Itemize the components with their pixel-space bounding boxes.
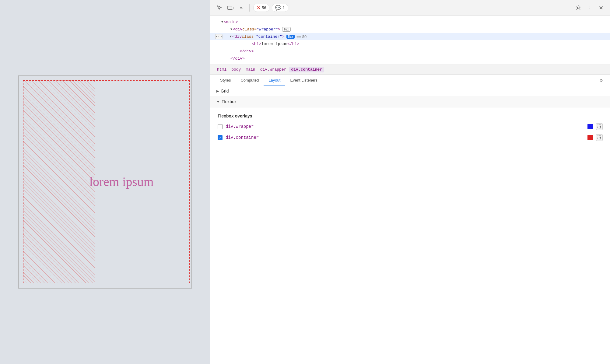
error-count-badge[interactable]: ✕ 56 (253, 4, 269, 12)
container-overlay-label[interactable]: div.container (226, 135, 584, 140)
wrapper-overlay-checkbox[interactable] (218, 124, 223, 129)
devtools-toolbar: » ✕ 56 💬 1 ⋮ ✕ (210, 0, 610, 16)
triangle-icon: ▼ (230, 28, 232, 31)
flex-badge-wrapper[interactable]: flex (282, 27, 291, 32)
flexbox-label: Flexbox (222, 99, 237, 104)
grid-label: Grid (221, 89, 229, 93)
dom-line-main[interactable]: ▼ <main> (210, 18, 610, 26)
tab-computed[interactable]: Computed (236, 75, 264, 86)
panel-tabs: Styles Computed Layout Event Listeners » (210, 75, 610, 86)
browser-viewport: lorem ipsum (0, 0, 210, 364)
flexbox-section-header[interactable]: ▼ Flexbox (210, 96, 610, 107)
message-count: 1 (282, 5, 285, 10)
flexbox-triangle-icon: ▼ (216, 100, 220, 103)
breadcrumb-body[interactable]: body (230, 67, 243, 72)
chevron-right-icon: » (240, 5, 243, 10)
breadcrumb: html body main div.wrapper div.container (210, 65, 610, 75)
close-devtools-button[interactable]: ✕ (597, 4, 605, 12)
svg-rect-0 (228, 6, 232, 9)
panel-content: ▶ Grid ▼ Flexbox Flexbox overlays div.wr… (210, 86, 610, 364)
message-count-badge[interactable]: 💬 1 (272, 4, 288, 12)
vertical-dots-icon: ⋮ (587, 5, 593, 11)
tab-layout[interactable]: Layout (264, 75, 285, 86)
dom-tree: ▼ <main> ▼ <div class= "wrapper" > flex … (210, 16, 610, 65)
grid-section-header[interactable]: ▶ Grid (210, 86, 610, 96)
page-content: lorem ipsum (23, 80, 190, 283)
flexbox-section: ▼ Flexbox Flexbox overlays div.wrapper (210, 96, 610, 151)
devtools-panel: » ✕ 56 💬 1 ⋮ ✕ ▼ <main> (210, 0, 610, 364)
wrapper-color-swatch[interactable] (587, 124, 593, 129)
more-tabs-button[interactable]: » (597, 75, 605, 86)
breadcrumb-wrapper[interactable]: div.wrapper (258, 67, 288, 72)
flexbox-overlays-title: Flexbox overlays (218, 114, 603, 118)
container-overlay-checkbox[interactable] (218, 135, 223, 140)
toolbar-separator (249, 4, 250, 12)
breadcrumb-main[interactable]: main (244, 67, 257, 72)
settings-button[interactable] (573, 3, 583, 13)
lorem-ipsum-text: lorem ipsum (89, 174, 153, 189)
page-preview: lorem ipsum (18, 75, 192, 289)
more-tools-button[interactable]: » (237, 4, 246, 12)
responsive-mode-button[interactable] (226, 4, 235, 12)
breadcrumb-container[interactable]: div.container (289, 67, 324, 72)
message-icon: 💬 (275, 5, 281, 11)
svg-rect-1 (232, 7, 233, 9)
wrapper-overlay-label[interactable]: div.wrapper (226, 124, 584, 129)
container-color-swatch[interactable] (587, 135, 593, 140)
flexbox-content: Flexbox overlays div.wrapper (210, 107, 610, 151)
grid-triangle-icon: ▶ (216, 89, 219, 93)
error-icon: ✕ (257, 5, 261, 11)
dom-line-h1[interactable]: <h1> lorem ipsum </h1> (210, 40, 610, 47)
more-options-button[interactable]: ⋮ (586, 4, 594, 12)
triangle-icon: ▼ (230, 35, 232, 38)
dom-line-wrapper[interactable]: ▼ <div class= "wrapper" > flex (210, 26, 610, 33)
wrapper-cursor-icon[interactable] (596, 123, 603, 130)
inspect-element-button[interactable] (215, 4, 224, 12)
close-icon: ✕ (599, 5, 603, 11)
svg-point-2 (577, 7, 579, 9)
dom-line-close-wrapper[interactable]: </div> (210, 55, 610, 62)
triangle-icon: ▼ (221, 20, 223, 24)
tab-event-listeners[interactable]: Event Listeners (285, 75, 322, 86)
error-count: 56 (262, 5, 266, 10)
dom-line-container[interactable]: ··· ▼ <div class= "container" > flex == … (210, 33, 610, 40)
expand-dots-button[interactable]: ··· (215, 34, 223, 39)
breadcrumb-html[interactable]: html (215, 67, 228, 72)
dom-line-close-container[interactable]: </div> (210, 47, 610, 55)
dollar-sign: == $0 (296, 34, 307, 39)
overlay-row-wrapper: div.wrapper (218, 123, 603, 130)
flex-badge-container[interactable]: flex (286, 35, 295, 39)
tab-styles[interactable]: Styles (215, 75, 236, 86)
container-cursor-icon[interactable] (596, 134, 603, 141)
overlay-row-container: div.container (218, 134, 603, 141)
